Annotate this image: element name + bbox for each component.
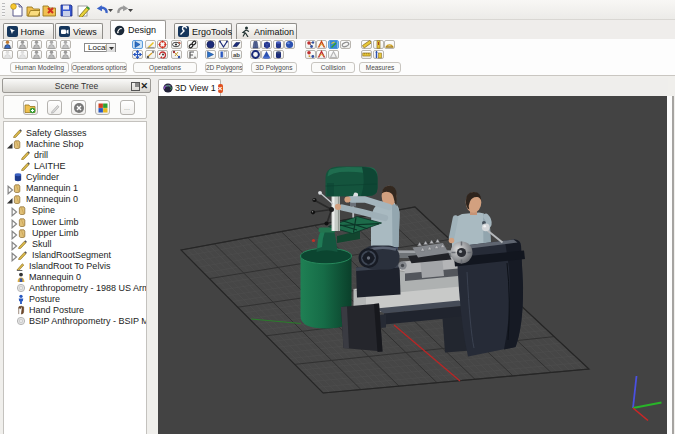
svg-text:...: ... xyxy=(124,104,130,111)
svg-text:ab: ab xyxy=(233,52,240,58)
